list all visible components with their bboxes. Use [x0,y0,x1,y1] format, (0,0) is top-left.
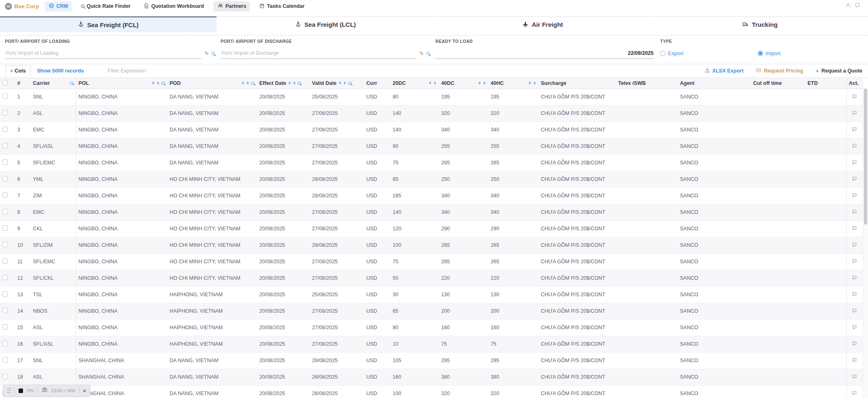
select-all-checkbox[interactable] [2,80,8,85]
row-checkbox[interactable] [2,374,8,379]
comment-icon[interactable] [852,292,857,298]
row-checkbox[interactable] [2,324,8,330]
xlsx-export-button[interactable]: XLSX Export [705,68,744,74]
row-checkbox[interactable] [2,341,8,346]
search-icon[interactable] [212,52,215,55]
row-checkbox[interactable] [2,192,8,198]
comment-icon[interactable] [852,127,857,133]
comment-icon[interactable] [852,177,857,183]
row-checkbox[interactable] [2,143,8,148]
row-checkbox[interactable] [2,126,8,132]
show-records-link[interactable]: Show 5000 records [37,68,84,74]
discharge-input[interactable] [221,49,416,59]
sort-desc-icon[interactable]: ∨ [242,81,244,85]
drag-handle-icon[interactable] [7,388,11,393]
row-checkbox[interactable] [2,308,8,313]
loading-input[interactable] [5,49,201,59]
comment-icon[interactable] [852,243,857,248]
tab-trucking[interactable]: Trucking [652,16,868,32]
sort-desc-icon[interactable]: ∨ [339,81,342,85]
row-checkbox[interactable] [2,242,8,247]
sort-desc-icon[interactable]: ∨ [429,81,432,85]
chat-icon[interactable] [854,2,861,10]
nav-item-quick-rate-finder[interactable]: Quick Rate Finder [77,2,134,11]
sort-desc-icon[interactable]: ∨ [152,81,155,85]
scrollbar-thumb[interactable] [864,89,867,225]
table-row[interactable]: 3 EMC NINGBO, CHINA DA NANG, VIETNAM 20/… [0,122,863,138]
sort-asc-icon[interactable]: ∧ [483,81,486,85]
row-checkbox[interactable] [2,209,8,214]
row-checkbox[interactable] [2,225,8,231]
tab-sea-freight-lcl[interactable]: Sea Freight (LCL) [217,16,434,32]
search-icon[interactable] [426,52,430,55]
search-icon[interactable] [161,82,165,85]
comment-icon[interactable] [852,391,857,397]
nav-item-quotation-workboard[interactable]: Quotation Workboard [140,1,207,12]
comment-icon[interactable] [852,144,857,150]
search-icon[interactable] [251,82,254,85]
row-checkbox[interactable] [2,291,8,297]
row-checkbox[interactable] [2,176,8,181]
row-checkbox[interactable] [2,357,8,363]
color-swatch[interactable] [19,389,23,393]
table-row[interactable]: 6 YML NINGBO, CHINA HO CHI MINH CITY, VI… [0,171,863,187]
sort-desc-icon[interactable]: ∨ [478,81,481,85]
sort-asc-icon[interactable]: ∧ [433,81,436,85]
comment-icon[interactable] [852,259,857,265]
comment-icon[interactable] [852,325,857,331]
radio-import[interactable]: Import [758,50,781,56]
link-icon[interactable] [204,50,209,57]
radio-export[interactable]: Export [660,50,684,56]
comment-icon[interactable] [852,210,857,215]
request-quote-button[interactable]: + Request a Quote [815,68,862,74]
sort-asc-icon[interactable]: ∧ [293,81,296,85]
table-row[interactable]: 15 ASL NINGBO, CHINA HAIPHONG, VIETNAM 2… [0,319,863,336]
sort-asc-icon[interactable]: ∧ [343,81,346,85]
table-row[interactable]: 19 SHANGHAI, CHINA DA NANG, VIETNAM 20/0… [0,385,863,398]
tab-sea-freight-fcl[interactable]: Sea Freight (FCL) [0,16,216,32]
filter-expression-input[interactable] [108,68,240,74]
table-row[interactable]: 13 TSL NINGBO, CHINA HAIPHONG, VIETNAM 2… [0,286,863,303]
search-icon[interactable] [298,82,301,85]
comment-icon[interactable] [852,375,857,380]
table-row[interactable]: 9 CKL NINGBO, CHINA HO CHI MINH CITY, VI… [0,220,863,237]
camera-icon[interactable] [42,387,48,394]
comment-icon[interactable] [852,276,857,281]
row-checkbox[interactable] [2,94,8,99]
table-row[interactable]: 4 SFL/ASL NINGBO, CHINA DA NANG, VIETNAM… [0,138,863,155]
brand[interactable]: IN Bee Corp [5,3,39,10]
search-icon[interactable] [70,82,73,85]
sort-asc-icon[interactable]: ∧ [246,81,249,85]
user-icon[interactable] [845,2,851,10]
table-row[interactable]: 17 SNL SHANGHAI, CHINA DA NANG, VIETNAM … [0,352,863,369]
vertical-scrollbar[interactable] [863,87,868,398]
table-row[interactable]: 2 ASL NINGBO, CHINA DA NANG, VIETNAM 20/… [0,105,863,122]
table-row[interactable]: 1 SNL NINGBO, CHINA DA NANG, VIETNAM 20/… [0,89,863,105]
table-row[interactable]: 18 ASL SHANGHAI, CHINA DA NANG, VIETNAM … [0,369,863,385]
capture-toolbar[interactable]: 0% 868 × 398 × [3,385,90,396]
sort-asc-icon[interactable]: ∧ [156,81,159,85]
link-icon[interactable] [419,50,424,57]
table-row[interactable]: 8 EMC NINGBO, CHINA HO CHI MINH CITY, VI… [0,204,863,220]
ready-to-load-input[interactable] [435,49,654,59]
table-row[interactable]: 10 SFL/ZIM NINGBO, CHINA HO CHI MINH CIT… [0,237,863,253]
nav-item-partners[interactable]: Partners [214,1,250,12]
table-row[interactable]: 5 SFL/EMC NINGBO, CHINA DA NANG, VIETNAM… [0,155,863,171]
comment-icon[interactable] [852,342,857,347]
cols-button[interactable]: ∨ Cols [6,65,30,77]
table-row[interactable]: 12 SFL/CKL NINGBO, CHINA HO CHI MINH CIT… [0,270,863,286]
comment-icon[interactable] [852,193,857,199]
table-row[interactable]: 16 SFL/ASL NINGBO, CHINA HAIPHONG, VIETN… [0,336,863,352]
search-icon[interactable] [348,82,351,85]
sort-desc-icon[interactable]: ∨ [288,81,291,85]
row-checkbox[interactable] [2,159,8,165]
sort-desc-icon[interactable]: ∨ [528,81,531,85]
row-checkbox[interactable] [2,258,8,264]
table-row[interactable]: 14 NBOS NINGBO, CHINA HAIPHONG, VIETNAM … [0,303,863,319]
row-checkbox[interactable] [2,275,8,280]
close-icon[interactable]: × [83,388,86,394]
comment-icon[interactable] [852,94,857,100]
tab-air-freight[interactable]: Air Freight [435,16,651,32]
comment-icon[interactable] [852,358,857,364]
comment-icon[interactable] [852,309,857,314]
